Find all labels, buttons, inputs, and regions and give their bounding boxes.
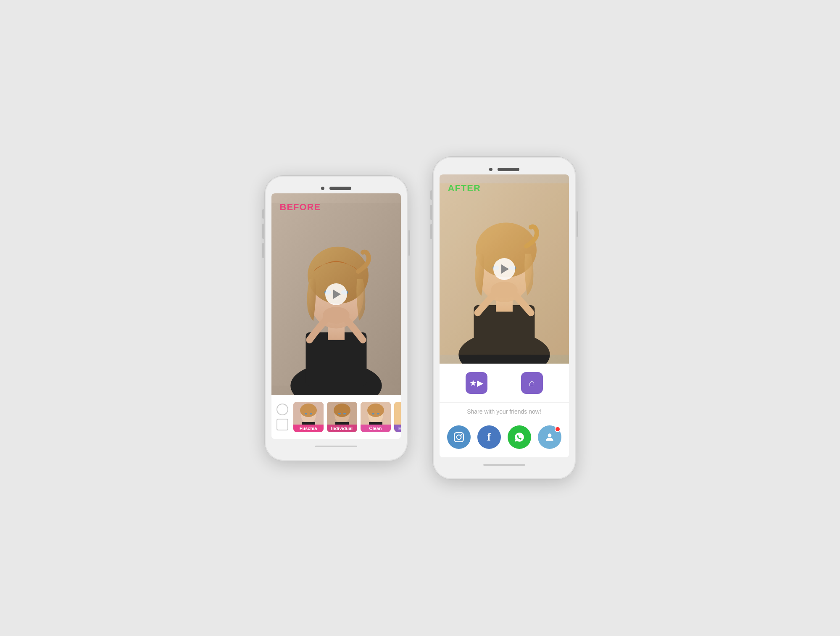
svg-rect-2 — [305, 332, 366, 385]
svg-point-23 — [367, 404, 384, 417]
filter-controls — [276, 404, 288, 430]
filter-clean[interactable]: Clean — [361, 402, 391, 432]
individual-label: Individual — [327, 425, 357, 432]
play-icon-after — [501, 264, 509, 274]
home-indicator — [315, 446, 357, 447]
facebook-icon: f — [487, 431, 491, 443]
profile-share-button[interactable] — [538, 425, 561, 449]
star-video-icon: ★▶ — [469, 378, 483, 388]
svg-point-8 — [323, 306, 349, 323]
svg-point-44 — [456, 435, 461, 440]
phone-top-bar-right — [440, 164, 569, 174]
share-text-area: Share with your friends now! — [440, 403, 569, 420]
svg-rect-43 — [454, 433, 463, 442]
svg-point-19 — [343, 413, 346, 414]
after-phone: AFTER ★▶ ⌂ Share with your friends now! — [433, 157, 576, 479]
svg-point-11 — [300, 404, 317, 417]
before-screen: BEFORE — [271, 193, 401, 439]
power-button-right[interactable] — [577, 211, 578, 237]
play-button-after[interactable] — [493, 258, 515, 280]
before-phone: BEFORE — [265, 176, 408, 461]
volume-up-button[interactable] — [262, 224, 264, 239]
whatsapp-share-button[interactable] — [508, 425, 531, 449]
action-bar: ★▶ ⌂ — [440, 364, 569, 402]
heatwave-label: Heatwave — [394, 425, 401, 432]
svg-point-24 — [372, 413, 374, 414]
fuschia-label: Fuschia — [293, 425, 324, 432]
power-button[interactable] — [408, 230, 410, 256]
svg-point-45 — [461, 434, 462, 435]
mute-button[interactable] — [262, 209, 264, 219]
speaker — [329, 187, 351, 190]
mute-button-right[interactable] — [430, 190, 432, 200]
camera-icon — [321, 187, 324, 190]
after-image: AFTER — [440, 174, 569, 364]
filter-thumb-clean: Clean — [361, 402, 391, 432]
after-label: AFTER — [448, 183, 481, 194]
home-icon: ⌂ — [529, 377, 535, 389]
play-button[interactable] — [325, 283, 347, 305]
filter-strip: Fuschia Individual — [271, 395, 401, 439]
svg-point-18 — [338, 413, 341, 414]
notification-badge — [555, 426, 561, 432]
play-icon — [333, 290, 341, 299]
camera-icon-right — [489, 168, 492, 171]
filter-individual[interactable]: Individual — [327, 402, 357, 432]
volume-down-button-right[interactable] — [430, 224, 432, 239]
svg-point-25 — [377, 413, 379, 414]
filter-thumb-individual: Individual — [327, 402, 357, 432]
share-text: Share with your friends now! — [467, 408, 541, 415]
phone-top-bar — [271, 182, 401, 193]
app-container: BEFORE — [265, 157, 576, 479]
circle-filter-icon[interactable] — [276, 404, 288, 415]
clean-label: Clean — [361, 425, 391, 432]
filter-thumb-heatwave: Heatwave — [394, 402, 401, 432]
svg-point-13 — [310, 413, 312, 414]
after-screen: AFTER ★▶ ⌂ Share with your friends now! — [440, 174, 569, 457]
profile-icon — [544, 432, 555, 443]
svg-point-12 — [305, 413, 307, 414]
svg-point-17 — [334, 404, 350, 417]
facebook-share-button[interactable]: f — [477, 425, 501, 449]
volume-up-button-right[interactable] — [430, 205, 432, 220]
filter-thumb-fuschia: Fuschia — [293, 402, 324, 432]
home-indicator-right — [483, 464, 525, 466]
square-filter-icon[interactable] — [276, 419, 288, 430]
instagram-share-button[interactable] — [447, 425, 471, 449]
before-image: BEFORE — [271, 193, 401, 395]
home-button[interactable]: ⌂ — [521, 372, 543, 394]
filter-heatwave[interactable]: Heatwave — [394, 402, 401, 432]
whatsapp-icon — [514, 432, 525, 443]
filter-fuschia[interactable]: Fuschia — [293, 402, 324, 432]
instagram-icon — [453, 432, 464, 443]
volume-down-button[interactable] — [262, 243, 264, 258]
speaker-right — [498, 168, 519, 171]
before-label: BEFORE — [280, 202, 321, 213]
save-video-button[interactable]: ★▶ — [466, 372, 487, 394]
svg-point-46 — [548, 433, 551, 437]
share-buttons-bar: f — [440, 420, 569, 457]
